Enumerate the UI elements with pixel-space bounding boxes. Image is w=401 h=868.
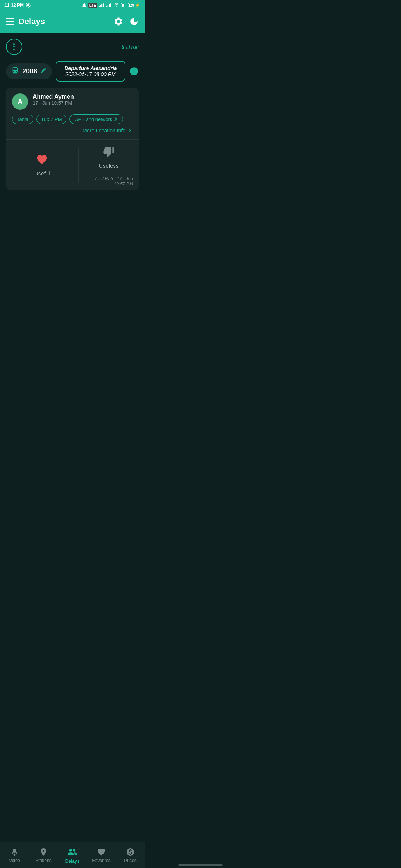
- last-rate-text: Last Rate: 17 - Jun 10:57 PM: [79, 175, 139, 190]
- app-bar: Delays: [0, 10, 145, 33]
- lte-badge: LTE: [88, 3, 97, 8]
- svg-rect-2: [100, 5, 101, 7]
- avatar: A: [12, 93, 28, 110]
- edit-svg: [40, 67, 47, 74]
- train-svg: [11, 66, 19, 75]
- settings-button[interactable]: [114, 17, 123, 26]
- edit-icon[interactable]: [40, 67, 47, 75]
- svg-rect-7: [109, 4, 110, 7]
- media-icon: [25, 2, 31, 8]
- svg-point-0: [27, 4, 29, 6]
- gps-tag[interactable]: GPS and network ✳: [69, 114, 123, 124]
- departure-datetime: 2023-06-17 08:00 PM: [62, 71, 120, 77]
- svg-rect-5: [106, 6, 107, 7]
- user-row: A Ahmed Aymen 17 - Jun 10:57 PM: [12, 93, 133, 110]
- tags-row: Tanta 10:57 PM GPS and network ✳: [12, 114, 133, 124]
- chevron-right-icon: [127, 128, 133, 134]
- delay-card: A Ahmed Aymen 17 - Jun 10:57 PM Tanta 10…: [6, 88, 139, 190]
- app-bar-right: [114, 17, 139, 26]
- time-tag[interactable]: 10:57 PM: [36, 115, 67, 124]
- status-bar: 11:32 PM LTE 29 ⚡: [0, 0, 145, 10]
- departure-location: Departure Alexandria: [62, 65, 120, 71]
- wifi-icon: [114, 3, 120, 7]
- signal-icon: [99, 3, 105, 7]
- train-number: 2008: [22, 68, 37, 75]
- page-title: Delays: [19, 17, 45, 26]
- battery-indicator: 29 ⚡: [121, 3, 140, 8]
- train-number-box[interactable]: 2008: [6, 63, 52, 79]
- more-location-row: More Location Info: [12, 128, 133, 134]
- brightness-button[interactable]: [129, 17, 139, 26]
- useful-button[interactable]: Useful: [6, 148, 79, 183]
- main-content: trial run 2008 Departure Alexandria 2023…: [0, 33, 145, 287]
- status-indicators: LTE 29 ⚡: [82, 3, 140, 8]
- heart-svg: [36, 154, 48, 165]
- alarm-icon: [82, 3, 87, 8]
- user-name: Ahmed Aymen: [33, 93, 74, 100]
- thumbdown-svg: [103, 146, 115, 158]
- heart-icon: [36, 154, 48, 168]
- svg-rect-1: [99, 6, 100, 7]
- app-bar-left: Delays: [6, 17, 45, 26]
- trial-run-label: trial run: [121, 44, 139, 50]
- svg-rect-4: [103, 3, 104, 7]
- useless-section: Useless Last Rate: 17 - Jun 10:57 PM: [79, 140, 139, 190]
- rating-row: Useful Useless Last Rate: 17 - Jun 10:57…: [6, 140, 139, 190]
- status-time: 11:32 PM: [4, 2, 31, 8]
- more-location-button[interactable]: More Location Info: [82, 128, 133, 134]
- useful-label: Useful: [34, 170, 50, 177]
- delay-card-header: A Ahmed Aymen 17 - Jun 10:57 PM Tanta 10…: [6, 88, 139, 140]
- useless-label: Useless: [99, 162, 118, 169]
- svg-rect-3: [101, 4, 102, 7]
- train-info-row: 2008 Departure Alexandria 2023-06-17 08:…: [6, 61, 139, 82]
- info-svg: [129, 66, 139, 76]
- departure-box[interactable]: Departure Alexandria 2023-06-17 08:00 PM: [56, 61, 125, 82]
- info-button[interactable]: [129, 66, 139, 76]
- svg-rect-6: [107, 5, 108, 7]
- menu-button[interactable]: [6, 18, 14, 25]
- svg-rect-8: [110, 3, 111, 7]
- settings-icon: [114, 17, 123, 26]
- train-icon: [11, 66, 19, 76]
- user-timestamp: 17 - Jun 10:57 PM: [33, 100, 74, 106]
- options-button[interactable]: [6, 39, 22, 55]
- signal-icon-2: [106, 3, 112, 7]
- useless-button[interactable]: Useless: [79, 140, 139, 175]
- brightness-icon: [129, 17, 139, 26]
- user-info: Ahmed Aymen 17 - Jun 10:57 PM: [33, 93, 74, 106]
- top-row: trial run: [6, 39, 139, 55]
- thumbdown-icon: [103, 146, 115, 160]
- station-tag[interactable]: Tanta: [12, 115, 33, 124]
